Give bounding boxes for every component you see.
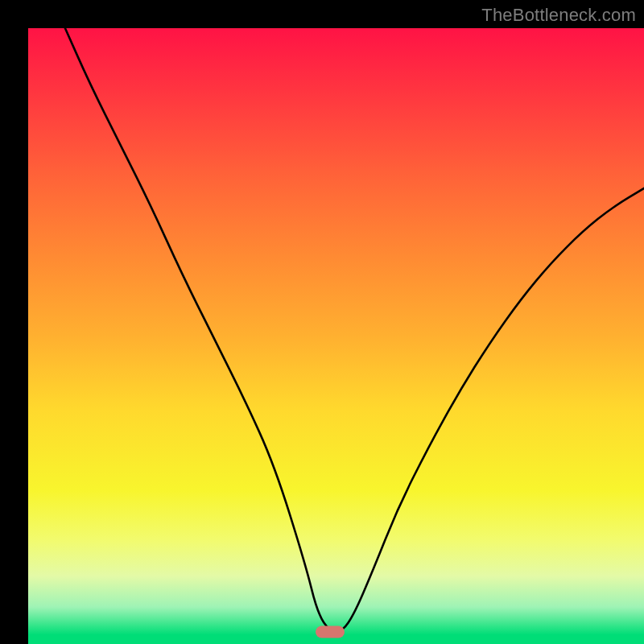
optimal-marker [316,625,345,638]
plot-area [28,28,644,644]
chart-frame: TheBottleneck.com [0,0,644,644]
watermark-text: TheBottleneck.com [481,5,636,26]
bottleneck-curve [28,28,644,644]
